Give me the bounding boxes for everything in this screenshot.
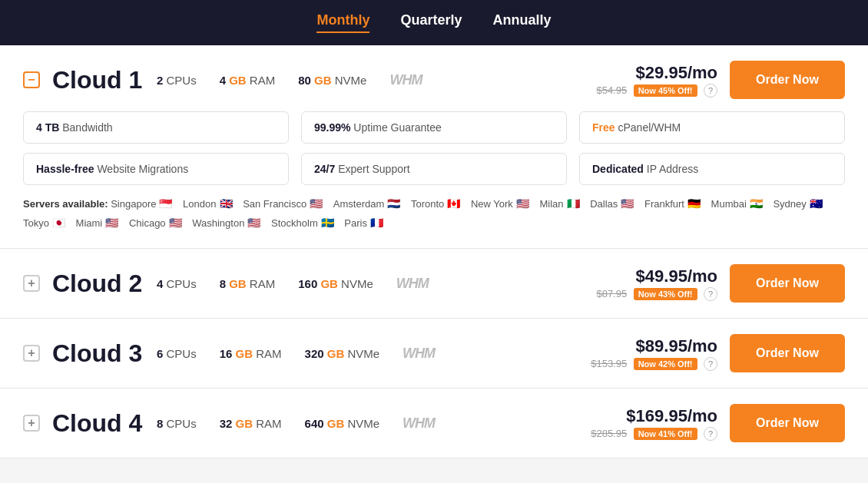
storage-spec-cloud3: 320 GB NVMe xyxy=(305,347,380,360)
whm-logo-cloud2: WHM xyxy=(396,276,429,292)
storage-spec-cloud1: 80 GB NVMe xyxy=(298,74,366,87)
price-main-cloud3: $89.95/mo xyxy=(591,336,717,356)
price-main-cloud1: $29.95/mo xyxy=(596,63,717,83)
server-sydney: Sydney 🇦🇺 xyxy=(773,194,822,213)
order-button-cloud2[interactable]: Order Now xyxy=(730,264,845,303)
plan-name-cloud1: Cloud 1 xyxy=(52,66,144,94)
cpu-spec-cloud2: 4 CPUs xyxy=(157,277,197,290)
whm-logo-cloud1: WHM xyxy=(389,72,422,88)
features-row2-cloud1: Hassle-free Website Migrations 24/7 Expe… xyxy=(23,153,845,185)
feature-uptime: 99.99% Uptime Guarantee xyxy=(301,111,567,144)
feature-ip: Dedicated IP Address xyxy=(579,153,845,185)
plan-card-cloud1: − Cloud 1 2 CPUs 4 GB RAM 80 GB NVMe WHM… xyxy=(0,45,868,249)
plans-container: − Cloud 1 2 CPUs 4 GB RAM 80 GB NVMe WHM… xyxy=(0,45,868,458)
feature-migrations: Hassle-free Website Migrations xyxy=(23,153,289,185)
server-singapore: Singapore 🇸🇬 xyxy=(111,194,172,213)
cpu-spec-cloud1: 2 CPUs xyxy=(157,74,197,87)
plan-card-cloud3: + Cloud 3 6 CPUs 16 GB RAM 320 GB NVMe W… xyxy=(0,319,868,389)
ram-spec-cloud2: 8 GB RAM xyxy=(220,277,276,290)
tab-annually[interactable]: Annually xyxy=(493,12,552,33)
plan-toggle-cloud4[interactable]: + xyxy=(23,415,40,432)
original-price-cloud1: $54.95 xyxy=(596,84,627,96)
price-section-cloud3: $89.95/mo $153.95 Now 42% Off! ? xyxy=(591,336,717,371)
feature-support: 24/7 Expert Support xyxy=(301,153,567,185)
order-button-cloud1[interactable]: Order Now xyxy=(730,61,845,99)
order-button-cloud4[interactable]: Order Now xyxy=(730,404,845,442)
price-original-row-cloud3: $153.95 Now 42% Off! ? xyxy=(591,356,717,371)
plan-toggle-cloud1[interactable]: − xyxy=(23,71,40,88)
storage-spec-cloud2: 160 GB NVMe xyxy=(298,277,373,290)
price-section-cloud4: $169.95/mo $285.95 Now 41% Off! ? xyxy=(591,406,717,441)
cpu-spec-cloud3: 6 CPUs xyxy=(157,347,197,360)
billing-tabs: Monthly Quarterly Annually xyxy=(316,12,551,33)
plan-toggle-cloud2[interactable]: + xyxy=(23,275,40,292)
features-row1-cloud1: 4 TB Bandwidth 99.99% Uptime Guarantee F… xyxy=(23,111,845,144)
feature-bandwidth: 4 TB Bandwidth xyxy=(23,111,289,144)
plan-name-cloud3: Cloud 3 xyxy=(52,339,144,368)
servers-row-cloud1: Servers available: Singapore 🇸🇬 London 🇬… xyxy=(23,194,845,233)
price-original-row-cloud1: $54.95 Now 45% Off! ? xyxy=(596,83,717,98)
server-frankfurt: Frankfurt 🇩🇪 xyxy=(644,194,701,213)
help-icon-cloud2[interactable]: ? xyxy=(704,287,717,301)
plan-specs-cloud2: 4 CPUs 8 GB RAM 160 GB NVMe WHM xyxy=(157,276,584,292)
ram-spec-cloud4: 32 GB RAM xyxy=(220,417,282,430)
plan-card-cloud4: + Cloud 4 8 CPUs 32 GB RAM 640 GB NVMe W… xyxy=(0,389,868,458)
plan-specs-cloud1: 2 CPUs 4 GB RAM 80 GB NVMe WHM xyxy=(157,72,584,88)
help-icon-cloud1[interactable]: ? xyxy=(704,84,717,98)
original-price-cloud2: $87.95 xyxy=(596,288,627,299)
plan-card-cloud2: + Cloud 2 4 CPUs 8 GB RAM 160 GB NVMe WH… xyxy=(0,249,868,319)
price-main-cloud4: $169.95/mo xyxy=(591,406,717,426)
feature-cpanel: Free cPanel/WHM xyxy=(579,111,845,144)
server-chicago: Chicago 🇺🇸 xyxy=(129,213,182,233)
original-price-cloud4: $285.95 xyxy=(591,428,627,439)
discount-badge-cloud2: Now 43% Off! xyxy=(634,288,697,300)
server-toronto: Toronto 🇨🇦 xyxy=(411,194,460,213)
server-washington: Washington 🇺🇸 xyxy=(192,213,260,233)
server-dallas: Dallas 🇺🇸 xyxy=(590,194,634,213)
server-paris: Paris 🇫🇷 xyxy=(344,213,383,233)
plan-specs-cloud3: 6 CPUs 16 GB RAM 320 GB NVMe WHM xyxy=(157,346,578,362)
top-nav: Monthly Quarterly Annually xyxy=(0,0,868,45)
price-section-cloud1: $29.95/mo $54.95 Now 45% Off! ? xyxy=(596,63,717,98)
plan-toggle-cloud3[interactable]: + xyxy=(23,345,40,362)
help-icon-cloud3[interactable]: ? xyxy=(704,357,717,371)
ram-spec-cloud1: 4 GB RAM xyxy=(220,74,276,87)
server-milan: Milan 🇮🇹 xyxy=(539,194,579,213)
whm-logo-cloud3: WHM xyxy=(403,346,435,362)
whm-logo-cloud4: WHM xyxy=(403,415,435,432)
server-stockholm: Stockholm 🇸🇪 xyxy=(271,213,334,233)
server-sanfrancisco: San Francisco 🇺🇸 xyxy=(243,194,323,213)
price-original-row-cloud2: $87.95 Now 43% Off! ? xyxy=(596,286,717,301)
price-section-cloud2: $49.95/mo $87.95 Now 43% Off! ? xyxy=(596,266,717,301)
order-button-cloud3[interactable]: Order Now xyxy=(730,334,845,372)
cpu-spec-cloud4: 8 CPUs xyxy=(157,417,197,430)
discount-badge-cloud4: Now 41% Off! xyxy=(634,428,697,440)
discount-badge-cloud1: Now 45% Off! xyxy=(634,84,697,97)
storage-spec-cloud4: 640 GB NVMe xyxy=(305,417,380,430)
help-icon-cloud4[interactable]: ? xyxy=(704,427,717,441)
plan-name-cloud2: Cloud 2 xyxy=(52,270,144,298)
server-amsterdam: Amsterdam 🇳🇱 xyxy=(333,194,400,213)
price-main-cloud2: $49.95/mo xyxy=(596,266,717,286)
ram-spec-cloud3: 16 GB RAM xyxy=(220,347,282,360)
plan-name-cloud4: Cloud 4 xyxy=(52,409,144,438)
plan-specs-cloud4: 8 CPUs 32 GB RAM 640 GB NVMe WHM xyxy=(157,415,578,432)
tab-quarterly[interactable]: Quarterly xyxy=(400,12,462,33)
server-london: London 🇬🇧 xyxy=(183,194,232,213)
server-tokyo: Tokyo 🇯🇵 xyxy=(23,213,65,233)
price-original-row-cloud4: $285.95 Now 41% Off! ? xyxy=(591,426,717,441)
original-price-cloud3: $153.95 xyxy=(591,358,627,369)
server-newyork: New York 🇺🇸 xyxy=(471,194,529,213)
server-miami: Miami 🇺🇸 xyxy=(76,213,119,233)
discount-badge-cloud3: Now 42% Off! xyxy=(634,358,697,370)
server-mumbai: Mumbai 🇮🇳 xyxy=(711,194,763,213)
tab-monthly[interactable]: Monthly xyxy=(316,12,369,33)
